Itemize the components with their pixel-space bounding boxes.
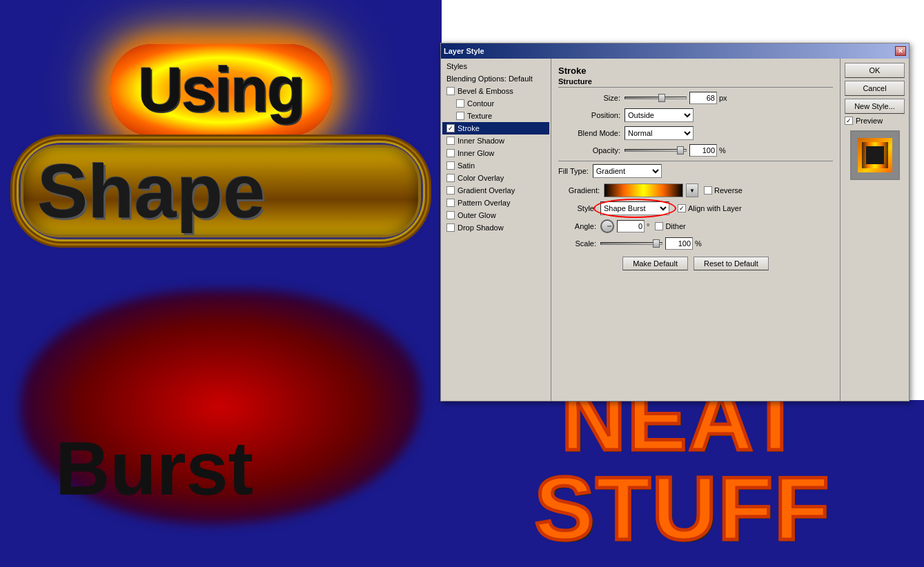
- texture-label: Texture: [467, 112, 492, 120]
- angle-degree-symbol: °: [647, 222, 649, 230]
- bottom-buttons: Make Default Reset to Default: [558, 257, 833, 270]
- gradient-overlay-item[interactable]: Gradient Overlay: [442, 184, 549, 197]
- gradient-row: Gradient: ▼ Reverse: [558, 183, 833, 197]
- size-unit: px: [719, 94, 727, 102]
- align-with-layer-label: Align with Layer: [688, 204, 742, 212]
- for-neat-line2: STUFF: [455, 464, 910, 553]
- shape-text-container: Shape: [21, 145, 421, 237]
- preview-checkbox-row: Preview: [845, 117, 905, 125]
- new-style-button[interactable]: New Style...: [845, 99, 905, 114]
- cancel-button[interactable]: Cancel: [845, 81, 905, 96]
- position-select[interactable]: Outside Inside Center: [625, 108, 694, 122]
- layer-style-dialog: Layer Style ✕ Styles Blending Options: D…: [440, 43, 910, 401]
- scale-slider[interactable]: [600, 242, 662, 245]
- gradient-dropdown-arrow[interactable]: ▼: [686, 183, 698, 197]
- drop-shadow-item[interactable]: Drop Shadow: [442, 221, 549, 234]
- blend-mode-select[interactable]: Normal Multiply Screen Overlay: [625, 126, 694, 140]
- opacity-input[interactable]: [689, 144, 717, 157]
- contour-item[interactable]: Contour: [442, 97, 549, 110]
- fill-type-select[interactable]: Color Gradient Pattern: [593, 164, 662, 178]
- gradient-overlay-label: Gradient Overlay: [458, 186, 515, 195]
- size-slider[interactable]: [625, 97, 687, 99]
- satin-checkbox[interactable]: [446, 161, 455, 170]
- dialog-close-button[interactable]: ✕: [895, 46, 906, 56]
- align-with-layer-checkbox[interactable]: [678, 204, 686, 212]
- angle-input[interactable]: [617, 220, 645, 232]
- stroke-checkbox[interactable]: [446, 124, 455, 132]
- texture-item[interactable]: Texture: [442, 110, 549, 122]
- gradient-overlay-checkbox[interactable]: [446, 186, 455, 195]
- pattern-overlay-checkbox[interactable]: [446, 199, 455, 207]
- bevel-emboss-checkbox[interactable]: [446, 87, 455, 95]
- using-text-container: Using: [28, 21, 414, 159]
- inner-glow-checkbox[interactable]: [446, 149, 455, 157]
- stroke-item[interactable]: Stroke: [442, 122, 549, 135]
- style-select-wrapper: Linear Radial Angle Reflected Diamond Sh…: [600, 201, 669, 215]
- pattern-overlay-label: Pattern Overlay: [458, 199, 510, 207]
- color-overlay-label: Color Overlay: [458, 174, 504, 182]
- contour-checkbox[interactable]: [456, 99, 464, 108]
- dialog-title: Layer Style: [444, 47, 484, 55]
- opacity-label: Opacity:: [558, 146, 620, 155]
- style-select[interactable]: Linear Radial Angle Reflected Diamond Sh…: [600, 201, 669, 215]
- dither-label: Dither: [665, 222, 685, 230]
- size-row: Size: px: [558, 92, 833, 104]
- using-label: Using: [138, 55, 304, 124]
- stroke-section-title: Structure: [558, 77, 833, 88]
- angle-label: Angle:: [558, 222, 596, 230]
- size-input[interactable]: [689, 92, 717, 104]
- preview-checkbox[interactable]: [845, 117, 853, 125]
- reverse-checkbox[interactable]: [704, 186, 712, 195]
- size-slider-thumb[interactable]: [658, 94, 665, 102]
- bevel-emboss-item[interactable]: Bevel & Emboss: [442, 85, 549, 97]
- position-label: Position:: [558, 111, 620, 119]
- position-row: Position: Outside Inside Center: [558, 108, 833, 122]
- separator-1: [558, 161, 833, 161]
- styles-header-label: Styles: [446, 62, 467, 70]
- opacity-slider-thumb[interactable]: [677, 146, 684, 155]
- dither-checkbox-container: Dither: [655, 222, 685, 230]
- styles-panel: Styles Blending Options: Default Bevel &…: [441, 59, 551, 401]
- drop-shadow-checkbox[interactable]: [446, 223, 455, 232]
- stroke-label: Stroke: [458, 124, 480, 132]
- color-overlay-item[interactable]: Color Overlay: [442, 172, 549, 184]
- burst-label: Burst: [55, 426, 253, 510]
- blending-options-label: Blending Options: Default: [446, 74, 533, 83]
- reset-default-button[interactable]: Reset to Default: [694, 257, 769, 270]
- angle-row: Angle: ° Dither: [558, 219, 833, 233]
- satin-item[interactable]: Satin: [442, 159, 549, 172]
- inner-glow-item[interactable]: Inner Glow: [442, 147, 549, 159]
- blend-mode-row: Blend Mode: Normal Multiply Screen Overl…: [558, 126, 833, 140]
- blend-mode-label: Blend Mode:: [558, 129, 620, 137]
- dither-checkbox[interactable]: [655, 222, 663, 230]
- ok-button[interactable]: OK: [845, 63, 905, 78]
- style-label: Style:: [558, 204, 596, 212]
- bevel-emboss-label: Bevel & Emboss: [458, 87, 513, 95]
- opacity-row: Opacity: %: [558, 144, 833, 157]
- make-default-button[interactable]: Make Default: [622, 257, 688, 270]
- styles-list-header[interactable]: Styles: [442, 60, 549, 72]
- inner-shadow-item[interactable]: Inner Shadow: [442, 135, 549, 147]
- opacity-slider[interactable]: [625, 149, 687, 152]
- outer-glow-label: Outer Glow: [458, 211, 496, 219]
- using-bubble: Using: [110, 44, 331, 136]
- right-panel: OK Cancel New Style... Preview: [840, 59, 909, 401]
- gradient-preview[interactable]: [604, 183, 683, 197]
- reverse-label: Reverse: [714, 186, 743, 195]
- texture-checkbox[interactable]: [456, 112, 464, 120]
- color-overlay-checkbox[interactable]: [446, 174, 455, 182]
- scale-row: Scale: %: [558, 237, 833, 250]
- blending-options-item[interactable]: Blending Options: Default: [442, 72, 549, 85]
- inner-shadow-checkbox[interactable]: [446, 137, 455, 145]
- angle-dial[interactable]: [600, 219, 614, 233]
- outer-glow-checkbox[interactable]: [446, 211, 455, 219]
- scale-slider-thumb[interactable]: [653, 239, 660, 248]
- stroke-panel-title: Stroke: [558, 66, 833, 76]
- scale-label: Scale:: [558, 239, 596, 248]
- dialog-body: Styles Blending Options: Default Bevel &…: [441, 59, 909, 401]
- outer-glow-item[interactable]: Outer Glow: [442, 209, 549, 221]
- pattern-overlay-item[interactable]: Pattern Overlay: [442, 197, 549, 209]
- size-label: Size:: [558, 94, 620, 102]
- fill-type-label: Fill Type:: [558, 167, 589, 175]
- scale-input[interactable]: [665, 237, 693, 250]
